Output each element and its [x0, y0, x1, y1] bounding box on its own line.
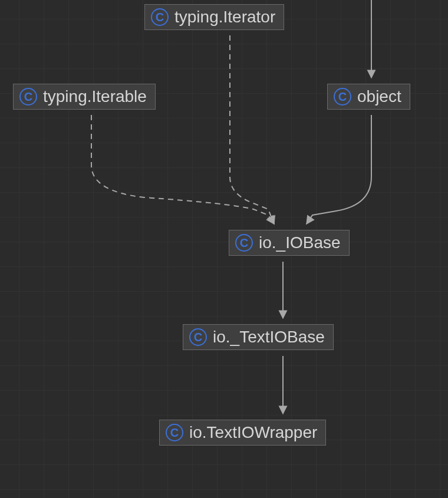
- node-label: object: [357, 88, 401, 105]
- node-label: typing.Iterator: [174, 9, 275, 25]
- edge-iterator-to-iobase: [230, 35, 274, 224]
- node-typing-iterable[interactable]: typing.Iterable: [13, 84, 156, 110]
- class-icon: [151, 8, 169, 26]
- node-typing-iterator[interactable]: typing.Iterator: [144, 4, 284, 30]
- node-label: io.TextIOWrapper: [189, 424, 317, 441]
- node-object[interactable]: object: [327, 84, 410, 110]
- node-io-iobase[interactable]: io._IOBase: [229, 230, 350, 256]
- node-label: io._TextIOBase: [213, 329, 325, 345]
- class-icon: [19, 88, 37, 105]
- class-icon: [189, 328, 207, 346]
- class-icon: [166, 424, 183, 441]
- edge-object-to-iobase: [307, 115, 371, 224]
- node-io-textiobase[interactable]: io._TextIOBase: [183, 324, 334, 350]
- class-icon: [334, 88, 351, 105]
- node-label: io._IOBase: [259, 235, 341, 251]
- class-icon: [235, 234, 253, 252]
- node-io-textiowrapper[interactable]: io.TextIOWrapper: [159, 420, 326, 446]
- edge-iterable-to-iobase: [91, 115, 274, 224]
- node-label: typing.Iterable: [43, 88, 147, 105]
